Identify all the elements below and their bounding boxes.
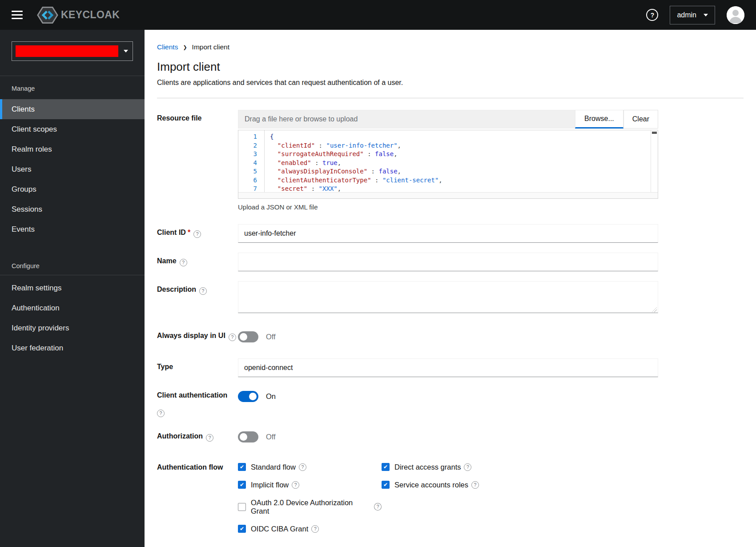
name-row: Name — [157, 253, 744, 271]
help-icon[interactable] — [471, 481, 479, 489]
client-id-label: Client ID* — [157, 224, 238, 243]
keycloak-hexagon-icon — [37, 6, 58, 24]
file-upload-input[interactable] — [238, 110, 575, 129]
checkbox-cell: Service accounts roles — [382, 481, 658, 489]
always-display-row: Always display in UI Off — [157, 327, 744, 346]
sidebar-item-realm-roles[interactable]: Realm roles — [0, 139, 145, 159]
authorization-toggle[interactable] — [238, 431, 258, 442]
nav-group: ManageClientsClient scopesRealm rolesUse… — [0, 76, 145, 239]
user-name: admin — [677, 11, 696, 19]
checkbox-label: Implicit flow — [251, 481, 289, 489]
help-icon[interactable]: ? — [646, 9, 658, 21]
sidebar-item-sessions[interactable]: Sessions — [0, 199, 145, 219]
description-row: Description — [157, 281, 744, 315]
hamburger-menu-icon[interactable] — [12, 11, 23, 20]
sidebar-item-client-scopes[interactable]: Client scopes — [0, 119, 145, 139]
nav-group-label: Manage — [0, 80, 145, 97]
name-input[interactable] — [238, 253, 658, 271]
line-number: 2 — [238, 141, 257, 150]
code-editor: 1234567 { "clientId" : "user-info-fetche… — [238, 130, 658, 199]
brand-text: KEYCLOAK — [61, 9, 120, 21]
help-icon[interactable] — [292, 481, 299, 489]
auth-flow-row: Authentication flow Standard flowDirect … — [157, 459, 744, 547]
sidebar-item-authentication[interactable]: Authentication — [0, 298, 145, 318]
keycloak-logo: KEYCLOAK — [37, 6, 120, 24]
checkbox-label: OIDC CIBA Grant — [251, 525, 308, 533]
help-icon[interactable] — [374, 503, 382, 511]
browse-button[interactable]: Browse... — [575, 110, 623, 129]
code-line: { — [270, 133, 651, 141]
checkbox-standard-flow[interactable] — [238, 463, 246, 471]
type-label: Type — [157, 358, 238, 377]
checkbox-direct-access-grants[interactable] — [382, 463, 390, 471]
resource-file-row: Resource file Browse... Clear 1234567 { … — [157, 110, 744, 211]
checkbox-cell: Standard flow — [238, 463, 382, 471]
always-display-label: Always display in UI — [157, 327, 238, 346]
sidebar-item-events[interactable]: Events — [0, 219, 145, 239]
nav-group-label: Configure — [0, 257, 145, 274]
nav-group: ConfigureRealm settingsAuthenticationIde… — [0, 257, 145, 358]
page-title: Import client — [157, 60, 744, 74]
client-auth-label: Client authentication — [157, 387, 238, 417]
client-auth-row: Client authentication On — [157, 387, 744, 417]
checkbox-cell: OAuth 2.0 Device Authorization Grant — [238, 499, 382, 515]
page-header: Clients ❯ Import client Import client Cl… — [145, 30, 756, 98]
help-icon[interactable] — [193, 230, 201, 238]
checkbox-label: Standard flow — [251, 463, 296, 471]
help-icon[interactable] — [299, 463, 306, 471]
help-icon[interactable] — [229, 334, 236, 341]
vertical-scrollbar[interactable] — [651, 130, 658, 192]
masthead: KEYCLOAK ? admin — [0, 0, 756, 30]
breadcrumb-link-clients[interactable]: Clients — [157, 43, 178, 51]
breadcrumb: Clients ❯ Import client — [157, 43, 744, 51]
avatar[interactable] — [727, 6, 744, 24]
client-auth-toggle[interactable] — [238, 391, 258, 402]
always-display-toggle[interactable] — [238, 331, 258, 342]
sidebar-item-identity-providers[interactable]: Identity providers — [0, 318, 145, 338]
help-icon[interactable] — [311, 525, 319, 533]
sidebar-item-realm-settings[interactable]: Realm settings — [0, 278, 145, 298]
code-line: "clientId" : "user-info-fetcher", — [270, 141, 651, 150]
sidebar-item-users[interactable]: Users — [0, 159, 145, 179]
masthead-right: ? admin — [646, 6, 744, 24]
user-dropdown[interactable]: admin — [670, 6, 715, 24]
line-number: 3 — [238, 150, 257, 159]
file-upload: Browse... Clear — [238, 110, 658, 129]
checkbox-cell: OIDC CIBA Grant — [238, 525, 382, 533]
auth-flow-checkbox-grid: Standard flowDirect access grantsImplici… — [238, 459, 658, 533]
description-textarea[interactable] — [238, 281, 658, 313]
code-content[interactable]: { "clientId" : "user-info-fetcher", "sur… — [264, 130, 651, 192]
checkbox-label: Direct access grants — [394, 463, 461, 471]
checkbox-oauth-2-0-device-authorization-grant[interactable] — [238, 503, 246, 511]
clear-button[interactable]: Clear — [623, 110, 658, 129]
code-line: "secret" : "XXX", — [270, 185, 651, 192]
main-content: Clients ❯ Import client Import client Cl… — [145, 30, 756, 547]
realm-selector[interactable] — [12, 41, 133, 61]
type-input[interactable] — [238, 358, 658, 377]
horizontal-scrollbar[interactable] — [238, 192, 658, 198]
help-icon[interactable] — [199, 287, 207, 295]
auth-flow-label: Authentication flow — [157, 459, 238, 547]
line-number: 7 — [238, 185, 257, 192]
checkbox-service-accounts-roles[interactable] — [382, 481, 390, 489]
upload-hint: Upload a JSON or XML file — [238, 203, 658, 211]
sidebar-item-clients[interactable]: Clients — [0, 99, 145, 119]
help-icon[interactable] — [206, 434, 213, 442]
scrollbar-thumb[interactable] — [652, 132, 657, 134]
name-label: Name — [157, 253, 238, 271]
help-icon[interactable] — [180, 259, 187, 266]
client-id-input[interactable] — [238, 224, 658, 243]
help-icon[interactable] — [157, 410, 165, 417]
person-icon — [727, 6, 744, 24]
page-subtitle: Clients are applications and services th… — [157, 79, 744, 87]
checkbox-oidc-ciba-grant[interactable] — [238, 525, 246, 533]
line-number: 4 — [238, 159, 257, 168]
toggle-state-label: On — [266, 392, 276, 401]
help-icon[interactable] — [464, 463, 471, 471]
code-line: "enabled" : true, — [270, 159, 651, 168]
code-line: "alwaysDisplayInConsole" : false, — [270, 167, 651, 176]
line-number: 6 — [238, 176, 257, 185]
sidebar-item-groups[interactable]: Groups — [0, 179, 145, 199]
sidebar-item-user-federation[interactable]: User federation — [0, 338, 145, 358]
checkbox-implicit-flow[interactable] — [238, 481, 246, 489]
